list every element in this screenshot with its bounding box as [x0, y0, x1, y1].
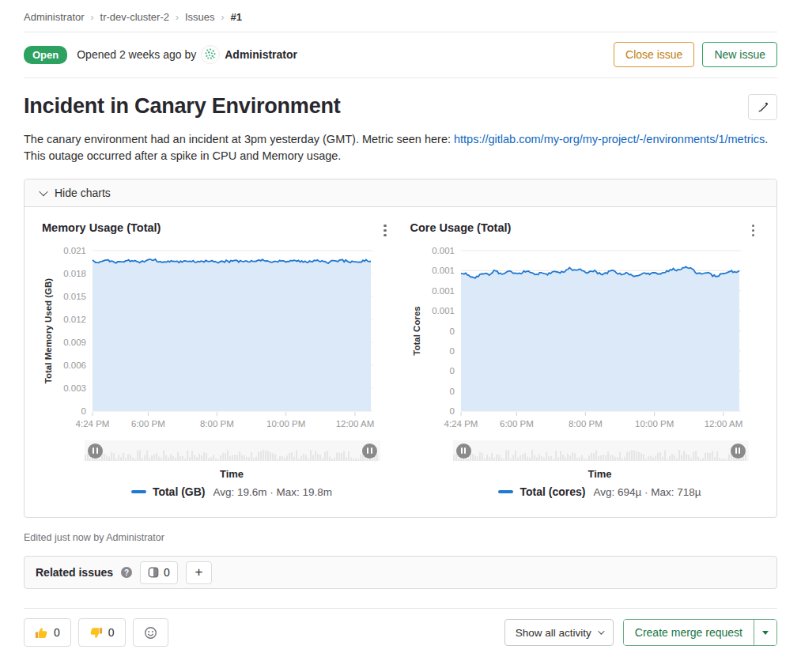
breadcrumb-issue-number: #1	[231, 11, 242, 23]
thumbs-down-icon	[89, 626, 103, 640]
chevron-down-icon	[598, 629, 604, 635]
edit-title-button[interactable]	[748, 94, 777, 120]
kebab-menu-icon[interactable]	[747, 221, 759, 240]
status-badge: Open	[24, 46, 67, 64]
related-issues-count: 0	[164, 566, 170, 579]
legend-stats: Avg: 694µ · Max: 718µ	[593, 486, 701, 498]
issue-page: Administrator › tr-dev-cluster-2 › Issue…	[0, 0, 801, 647]
svg-text:4:24 PM: 4:24 PM	[76, 419, 110, 428]
author-name[interactable]: Administrator	[225, 48, 297, 61]
svg-text:4:24 PM: 4:24 PM	[444, 419, 478, 428]
breadcrumb-administrator[interactable]: Administrator	[24, 11, 85, 23]
related-issues-count-badge: 0	[140, 561, 178, 584]
legend-series-name: Total (cores)	[520, 485, 585, 498]
opened-meta: Opened 2 weeks ago by Administrator	[77, 45, 297, 64]
activity-filter-dropdown[interactable]: Show all activity	[504, 619, 614, 646]
hide-charts-toggle[interactable]: Hide charts	[25, 179, 776, 207]
page-title: Incident in Canary Environment	[24, 94, 341, 119]
breadcrumb-separator: ›	[91, 12, 94, 23]
x-axis-label: Time	[93, 468, 371, 480]
metrics-charts-panel: Hide charts Memory Usage (Total) 0.0210.…	[24, 179, 777, 518]
avatar[interactable]	[201, 45, 220, 64]
svg-text:6:00 PM: 6:00 PM	[499, 419, 533, 428]
slider-handle-left[interactable]	[456, 444, 471, 459]
slider-handle-right[interactable]	[731, 444, 746, 459]
thumbs-up-count: 0	[54, 626, 60, 639]
svg-text:10:00 PM: 10:00 PM	[266, 419, 305, 428]
core-chart-range-slider[interactable]	[453, 440, 749, 461]
x-axis-label: Time	[461, 468, 739, 480]
svg-text:0.001: 0.001	[432, 306, 455, 315]
footer-actions: Show all activity Create merge request	[504, 619, 777, 646]
award-emoji-row: 0 0	[24, 618, 168, 647]
thumbs-down-count: 0	[108, 626, 115, 639]
core-chart-plot: 0.0010.0010.0010.00100000Total Cores4:24…	[410, 243, 757, 432]
issue-type-icon	[148, 567, 159, 578]
svg-text:0: 0	[449, 387, 454, 396]
kebab-menu-icon[interactable]	[379, 221, 391, 240]
memory-chart-plot: 0.0210.0180.0150.0120.0090.0060.0030Tota…	[42, 243, 388, 432]
breadcrumb-issues[interactable]: Issues	[185, 11, 215, 23]
svg-text:0: 0	[81, 406, 86, 416]
thumbs-up-button[interactable]: 0	[24, 618, 71, 647]
svg-text:0.003: 0.003	[63, 383, 86, 393]
breadcrumb-separator: ›	[176, 12, 179, 23]
memory-chart-range-slider[interactable]	[85, 440, 380, 461]
svg-text:0.001: 0.001	[432, 286, 455, 296]
chart-legend[interactable]: Total (GB) Avg: 19.6m · Max: 19.8m	[93, 485, 371, 498]
metrics-link[interactable]: https://gitlab.com/my-org/my-project/-/e…	[454, 133, 765, 145]
help-icon[interactable]: ?	[121, 567, 132, 578]
issue-description: The canary environment had an incident a…	[24, 131, 777, 164]
memory-usage-chart: Memory Usage (Total) 0.0210.0180.0150.01…	[42, 221, 391, 498]
opened-text: Opened 2 weeks ago by	[77, 48, 196, 61]
thumbs-up-icon	[35, 626, 48, 640]
svg-text:0: 0	[449, 366, 454, 376]
svg-text:0.001: 0.001	[432, 246, 455, 255]
create-merge-request-caret[interactable]	[754, 620, 776, 645]
svg-text:8:00 PM: 8:00 PM	[568, 419, 602, 428]
thumbs-down-button[interactable]: 0	[78, 618, 126, 647]
svg-text:10:00 PM: 10:00 PM	[635, 419, 674, 428]
svg-text:0.001: 0.001	[432, 266, 455, 276]
activity-filter-label: Show all activity	[516, 627, 591, 639]
chart-title: Core Usage (Total)	[410, 221, 512, 234]
add-reaction-button[interactable]	[133, 618, 168, 647]
svg-text:12:00 AM: 12:00 AM	[704, 419, 742, 428]
svg-text:0: 0	[449, 327, 454, 336]
svg-text:0.018: 0.018	[63, 269, 86, 278]
close-issue-button[interactable]: Close issue	[614, 42, 694, 67]
legend-swatch	[498, 490, 513, 493]
pencil-icon	[757, 101, 769, 113]
svg-text:0: 0	[449, 346, 454, 356]
svg-text:8:00 PM: 8:00 PM	[200, 419, 234, 428]
related-issues-section: Related issues ? 0 +	[24, 556, 777, 589]
svg-text:0.006: 0.006	[63, 361, 86, 370]
add-related-issue-button[interactable]: +	[186, 561, 212, 584]
breadcrumb-separator: ›	[221, 12, 225, 23]
hide-charts-label: Hide charts	[55, 187, 111, 199]
related-issues-label: Related issues	[36, 566, 113, 579]
svg-text:Total Memory Used (GB): Total Memory Used (GB)	[43, 278, 53, 383]
core-usage-chart: Core Usage (Total) 0.0010.0010.0010.0010…	[410, 221, 760, 498]
svg-text:0.009: 0.009	[63, 338, 86, 347]
create-merge-request-button[interactable]: Create merge request	[624, 620, 754, 645]
legend-stats: Avg: 19.6m · Max: 19.8m	[213, 486, 333, 498]
description-text: .	[765, 133, 768, 145]
breadcrumb: Administrator › tr-dev-cluster-2 › Issue…	[24, 0, 777, 23]
new-issue-button[interactable]: New issue	[702, 42, 777, 67]
svg-text:0.012: 0.012	[63, 315, 86, 324]
chart-title: Memory Usage (Total)	[42, 221, 161, 234]
slider-handle-left[interactable]	[88, 444, 103, 459]
issue-footer: 0 0 Show all ac	[24, 608, 777, 647]
description-text: The canary environment had an incident a…	[24, 133, 454, 145]
smiley-icon	[144, 626, 157, 640]
caret-down-icon	[762, 631, 769, 635]
description-text-line2: This outage occurred after a spike in CP…	[24, 149, 341, 162]
svg-text:0.021: 0.021	[63, 246, 86, 255]
breadcrumb-project[interactable]: tr-dev-cluster-2	[100, 11, 169, 23]
charts-body: Memory Usage (Total) 0.0210.0180.0150.01…	[25, 207, 776, 517]
slider-handle-right[interactable]	[362, 444, 377, 459]
chart-legend[interactable]: Total (cores) Avg: 694µ · Max: 718µ	[461, 485, 739, 498]
edited-note: Edited just now by Administrator	[24, 532, 777, 543]
chevron-down-icon	[39, 187, 47, 196]
